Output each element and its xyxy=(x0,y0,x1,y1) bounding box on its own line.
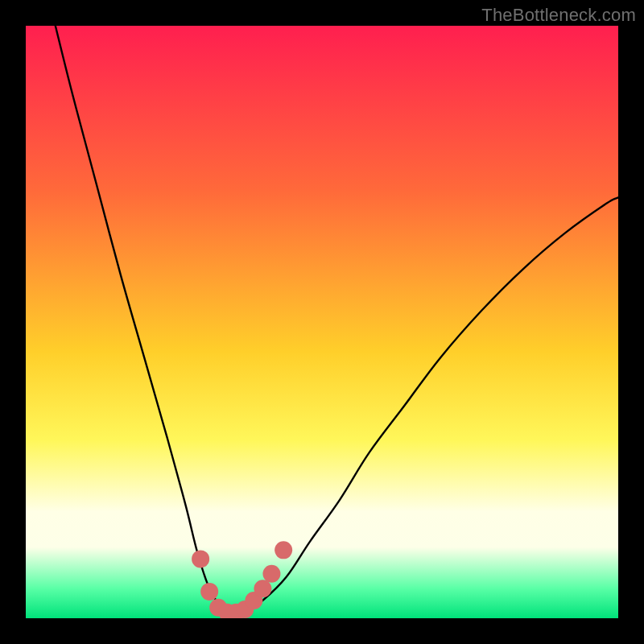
curve-marker xyxy=(254,580,271,597)
curve-marker xyxy=(200,583,218,601)
curve-marker xyxy=(262,565,280,583)
curve-marker xyxy=(275,541,292,559)
bottleneck-curve xyxy=(56,26,618,613)
chart-frame: TheBottleneck.com xyxy=(0,0,644,644)
watermark-text: TheBottleneck.com xyxy=(481,5,636,26)
plot-area xyxy=(26,26,618,618)
curve-marker xyxy=(192,550,209,568)
chart-svg xyxy=(26,26,618,618)
